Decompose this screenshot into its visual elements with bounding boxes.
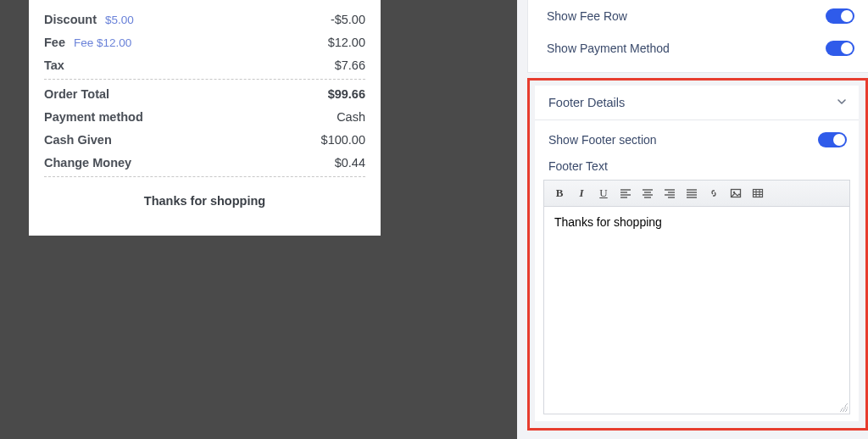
- receipt-value: $0.44: [335, 156, 365, 169]
- resize-handle-icon[interactable]: [839, 403, 848, 412]
- label-text: Discount: [44, 13, 97, 26]
- receipt-label: Discount $5.00: [44, 13, 134, 26]
- fee-badge: Fee $12.00: [74, 36, 131, 49]
- divider: [44, 176, 365, 177]
- align-left-button[interactable]: [615, 184, 636, 203]
- receipt-row-fee: Fee Fee $12.00 $12.00: [44, 31, 365, 54]
- receipt-value: -$5.00: [331, 13, 365, 26]
- receipt-label: Change Money: [44, 156, 131, 169]
- align-justify-button[interactable]: [682, 184, 702, 203]
- underline-button[interactable]: U: [593, 184, 614, 203]
- receipt-row-change-money: Change Money $0.44: [44, 152, 365, 175]
- receipt-value: $100.00: [321, 133, 365, 147]
- toggle-show-fee-row[interactable]: [826, 8, 854, 24]
- receipt-row-discount: Discount $5.00 -$5.00: [44, 8, 365, 31]
- setting-label: Show Payment Method: [547, 42, 670, 55]
- receipt-label: Payment method: [44, 110, 143, 124]
- receipt-label: Order Total: [44, 87, 109, 101]
- align-center-button[interactable]: [637, 184, 658, 203]
- chevron-down-icon: [837, 97, 847, 109]
- footer-details-highlight: Footer Details Show Footer section Foote…: [527, 78, 868, 431]
- footer-details-card: Footer Details Show Footer section Foote…: [535, 86, 859, 421]
- toggle-show-footer-section[interactable]: [818, 132, 847, 147]
- toggle-show-payment-method[interactable]: [826, 41, 854, 56]
- footer-text-input[interactable]: Thanks for shopping: [544, 207, 849, 414]
- setting-label: Show Footer section: [548, 133, 657, 147]
- receipt-footer-text: Thanks for shopping: [44, 181, 365, 208]
- receipt-label: Tax: [44, 58, 64, 72]
- setting-label: Show Fee Row: [547, 9, 627, 23]
- accordion-title: Footer Details: [548, 96, 625, 109]
- receipt-label: Cash Given: [44, 133, 112, 147]
- receipt-value: $12.00: [328, 36, 365, 49]
- bold-button[interactable]: B: [549, 184, 570, 203]
- link-button[interactable]: [704, 184, 724, 203]
- setting-show-payment-method: Show Payment Method: [528, 32, 868, 64]
- label-text: Fee: [44, 36, 65, 49]
- receipt-row-order-total: Order Total $99.66: [44, 83, 365, 106]
- settings-group-display: Show Fee Row Show Payment Method: [527, 0, 868, 73]
- setting-show-fee-row: Show Fee Row: [528, 0, 868, 32]
- footer-details-accordion[interactable]: Footer Details: [535, 86, 859, 120]
- receipt-value: $99.66: [328, 87, 365, 101]
- receipt-value: Cash: [337, 110, 365, 124]
- table-button[interactable]: [748, 184, 768, 203]
- discount-badge: $5.00: [105, 14, 134, 26]
- receipt-value: $7.66: [335, 58, 365, 72]
- receipt-row-payment-method: Payment method Cash: [44, 106, 365, 129]
- italic-button[interactable]: I: [571, 184, 592, 203]
- receipt-card: Discount $5.00 -$5.00 Fee Fee $12.00 $12…: [29, 0, 381, 236]
- svg-rect-18: [754, 190, 763, 197]
- receipt-row-cash-given: Cash Given $100.00: [44, 129, 365, 152]
- editor-toolbar: B I U: [544, 181, 849, 207]
- footer-text-label: Footer Text: [535, 156, 859, 180]
- align-right-button[interactable]: [659, 184, 680, 203]
- settings-panel: Show Fee Row Show Payment Method Footer …: [517, 0, 868, 439]
- receipt-label: Fee Fee $12.00: [44, 36, 131, 49]
- receipt-row-tax: Tax $7.66: [44, 54, 365, 77]
- setting-show-footer-section: Show Footer section: [535, 120, 859, 156]
- footer-text-editor: B I U: [543, 180, 850, 414]
- image-button[interactable]: [726, 184, 746, 203]
- receipt-preview-area: Discount $5.00 -$5.00 Fee Fee $12.00 $12…: [0, 0, 517, 439]
- divider: [44, 79, 365, 80]
